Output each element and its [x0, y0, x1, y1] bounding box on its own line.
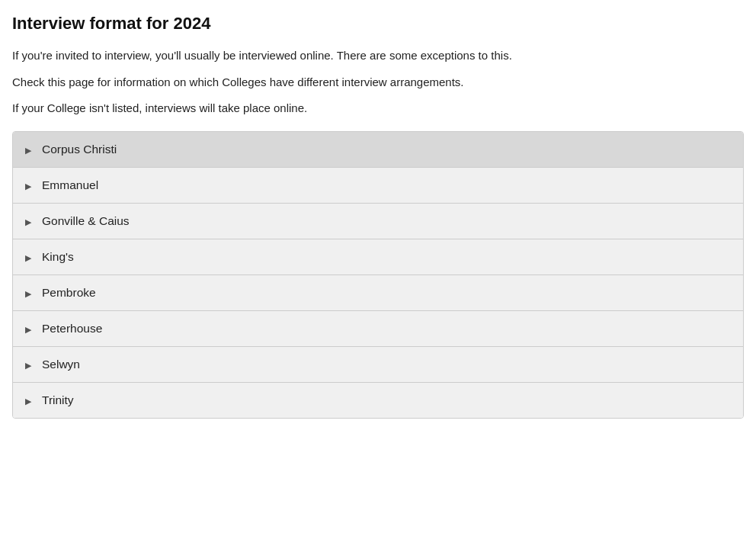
intro-paragraph-3: If your College isn't listed, interviews…	[12, 100, 744, 117]
accordion-item-gonville-caius[interactable]: ▶Gonville & Caius	[13, 204, 743, 239]
accordion-header-peterhouse[interactable]: ▶Peterhouse	[13, 311, 743, 346]
page-title: Interview format for 2024	[12, 14, 744, 34]
accordion-label-trinity: Trinity	[42, 393, 74, 407]
accordion-item-pembroke[interactable]: ▶Pembroke	[13, 275, 743, 311]
accordion-item-corpus-christi[interactable]: ▶Corpus Christi	[13, 132, 743, 168]
accordion-header-corpus-christi[interactable]: ▶Corpus Christi	[13, 132, 743, 167]
accordion-header-emmanuel[interactable]: ▶Emmanuel	[13, 168, 743, 203]
accordion-header-kings[interactable]: ▶King's	[13, 239, 743, 274]
accordion-label-emmanuel: Emmanuel	[42, 178, 98, 192]
accordion-header-selwyn[interactable]: ▶Selwyn	[13, 347, 743, 382]
chevron-icon-pembroke: ▶	[25, 289, 33, 297]
accordion-label-gonville-caius: Gonville & Caius	[42, 214, 130, 228]
accordion-label-selwyn: Selwyn	[42, 358, 80, 371]
accordion-header-gonville-caius[interactable]: ▶Gonville & Caius	[13, 204, 743, 239]
accordion-label-peterhouse: Peterhouse	[42, 322, 102, 336]
accordion-header-trinity[interactable]: ▶Trinity	[13, 383, 743, 418]
intro-section: If you're invited to interview, you'll u…	[12, 47, 744, 117]
accordion-item-selwyn[interactable]: ▶Selwyn	[13, 347, 743, 383]
accordion-item-peterhouse[interactable]: ▶Peterhouse	[13, 311, 743, 347]
chevron-icon-emmanuel: ▶	[25, 181, 33, 189]
chevron-icon-trinity: ▶	[25, 396, 33, 404]
accordion-label-corpus-christi: Corpus Christi	[42, 143, 117, 156]
intro-paragraph-1: If you're invited to interview, you'll u…	[12, 47, 744, 65]
chevron-icon-kings: ▶	[25, 253, 33, 261]
accordion-item-trinity[interactable]: ▶Trinity	[13, 383, 743, 418]
chevron-icon-gonville-caius: ▶	[25, 217, 33, 225]
chevron-icon-peterhouse: ▶	[25, 325, 33, 332]
chevron-icon-selwyn: ▶	[25, 361, 33, 368]
chevron-icon-corpus-christi: ▶	[25, 146, 33, 153]
accordion-item-kings[interactable]: ▶King's	[13, 239, 743, 275]
college-accordion-list: ▶Corpus Christi▶Emmanuel▶Gonville & Caiu…	[12, 131, 744, 419]
intro-paragraph-2: Check this page for information on which…	[12, 74, 744, 92]
accordion-label-pembroke: Pembroke	[42, 286, 96, 300]
accordion-label-kings: King's	[42, 250, 74, 264]
accordion-item-emmanuel[interactable]: ▶Emmanuel	[13, 168, 743, 204]
accordion-header-pembroke[interactable]: ▶Pembroke	[13, 275, 743, 310]
